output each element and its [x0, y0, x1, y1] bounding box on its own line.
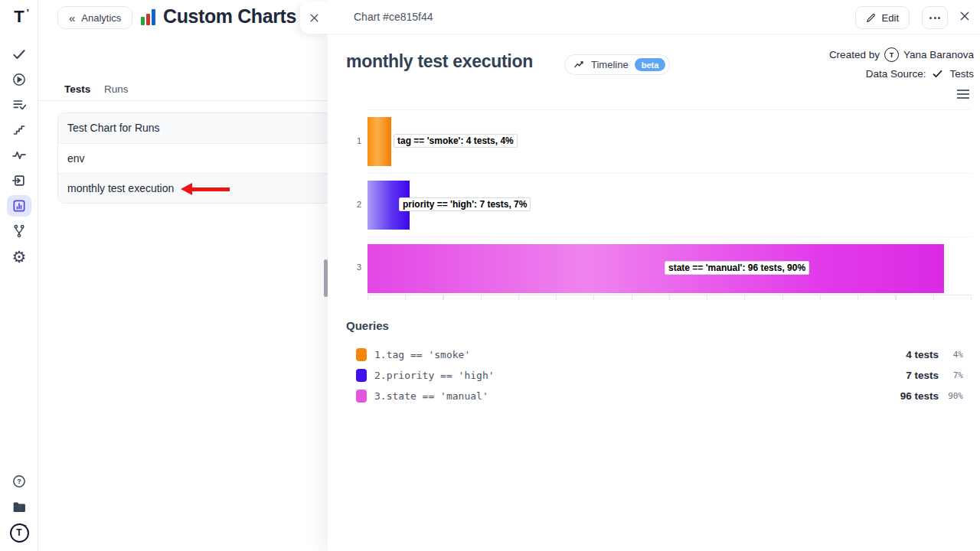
query-tests-count: 96 tests	[900, 390, 939, 402]
close-icon	[959, 10, 971, 22]
tab-tests[interactable]: Tests	[64, 83, 90, 95]
sidebar-item-runs[interactable]	[0, 70, 38, 90]
app-logo[interactable]: T'	[0, 7, 38, 27]
bar-data-label: priority == 'high': 7 tests, 7%	[399, 197, 531, 211]
query-percent: 4%	[939, 350, 963, 360]
panel-close-tab[interactable]	[300, 2, 328, 34]
query-percent: 7%	[939, 370, 963, 380]
chart-row: priority == 'high': 7 tests, 7%	[368, 173, 971, 236]
svg-text:?: ?	[17, 478, 21, 485]
data-source-value: Tests	[949, 68, 974, 80]
panel-close-button[interactable]	[959, 10, 971, 22]
tabs-divider	[38, 100, 328, 101]
timeline-label: Timeline	[591, 59, 629, 70]
timeline-button[interactable]: Timeline beta	[564, 54, 670, 75]
sidebar-item-analytics-active[interactable]	[7, 195, 31, 217]
query-text: tag == 'smoke'	[387, 349, 471, 360]
more-options-button[interactable]	[922, 6, 948, 29]
folder-icon	[11, 499, 28, 515]
sidebar-item-settings[interactable]: ⚙	[0, 246, 38, 266]
creator-avatar: T	[884, 47, 899, 62]
more-options-icon	[929, 17, 932, 19]
sidebar-item-import[interactable]	[0, 171, 38, 191]
query-number: 2.	[374, 370, 387, 381]
created-by-row: Created by T Yana Baranova	[829, 47, 974, 62]
gear-icon: ⚙	[12, 249, 27, 265]
queries-title: Queries	[346, 319, 389, 332]
sidebar-item-activity[interactable]	[0, 145, 38, 165]
chevron-double-left-icon: «	[69, 11, 75, 24]
import-icon	[11, 173, 27, 188]
y-axis-category: 3	[348, 262, 361, 272]
tab-runs[interactable]: Runs	[104, 83, 129, 95]
chart-list: Test Chart for Runs env monthly test exe…	[57, 112, 333, 204]
list-item-test-chart-for-runs[interactable]: Test Chart for Runs	[58, 113, 332, 143]
icon-rail: T' ⚙ ? T'	[0, 0, 38, 551]
help-icon: ?	[11, 474, 27, 489]
trend-line-icon	[573, 60, 585, 70]
y-axis-category: 1	[348, 136, 361, 145]
edit-button-label: Edit	[882, 12, 899, 24]
sidebar-item-tests[interactable]	[0, 44, 38, 64]
bar-data-label: state == 'manual': 96 tests, 90%	[665, 261, 809, 275]
query-row: 2. priority == 'high' 7 tests 7%	[346, 365, 963, 386]
close-icon	[309, 12, 320, 24]
list-check-icon	[11, 97, 27, 112]
query-color-swatch	[356, 348, 367, 361]
sidebar-item-projects[interactable]	[0, 497, 38, 517]
query-color-swatch	[356, 369, 367, 382]
chart-menu-icon[interactable]	[957, 90, 969, 101]
back-to-analytics-button[interactable]: « Analytics	[57, 6, 132, 29]
pencil-icon	[866, 13, 876, 23]
created-by-label: Created by	[829, 49, 880, 60]
bar-chart: tag == 'smoke': 4 tests, 4% priority == …	[368, 109, 971, 295]
chart-detail-panel: Chart #ce815f44 Edit monthly test execut…	[328, 0, 980, 551]
x-axis-ticks	[368, 295, 972, 300]
y-axis-category: 2	[348, 200, 361, 209]
check-icon	[932, 68, 943, 80]
sidebar-item-steps[interactable]	[0, 120, 38, 140]
list-item-env[interactable]: env	[58, 143, 332, 173]
beta-badge: beta	[635, 58, 666, 71]
edit-button[interactable]: Edit	[855, 6, 910, 29]
sidebar-item-profile[interactable]: T'	[0, 522, 38, 543]
chart-title: monthly test execution	[346, 51, 533, 72]
query-text: priority == 'high'	[387, 370, 495, 381]
query-text: state == 'manual'	[387, 390, 488, 402]
data-source-row: Data Source: Tests	[866, 68, 974, 80]
sidebar-item-branches[interactable]	[0, 221, 38, 241]
back-button-label: Analytics	[81, 12, 121, 24]
chart-row: state == 'manual': 96 tests, 90%	[368, 236, 971, 295]
branch-icon	[11, 223, 27, 239]
profile-avatar-icon: T'	[10, 523, 29, 543]
query-row: 1. tag == 'smoke' 4 tests 4%	[346, 344, 963, 365]
query-percent: 90%	[939, 391, 963, 401]
query-row: 3. state == 'manual' 96 tests 90%	[346, 386, 963, 406]
custom-charts-icon	[141, 8, 159, 25]
list-item-monthly-test-execution[interactable]: monthly test execution	[58, 173, 332, 203]
panel-header-title: Chart #ce815f44	[354, 11, 433, 23]
creator-name: Yana Baranova	[903, 49, 974, 60]
query-color-swatch	[356, 390, 367, 403]
chart-row: tag == 'smoke': 4 tests, 4%	[368, 109, 971, 173]
queries-list: 1. tag == 'smoke' 4 tests 4% 2. priority…	[346, 344, 963, 406]
sidebar-item-help[interactable]: ?	[0, 471, 38, 491]
query-number: 3.	[374, 390, 387, 402]
play-circle-icon	[11, 72, 27, 87]
bar-chart-icon	[11, 198, 27, 214]
logo-icon: T'	[14, 8, 24, 25]
page-title: Custom Charts	[163, 5, 296, 28]
query-tests-count: 7 tests	[906, 370, 939, 381]
panel-header: Chart #ce815f44 Edit	[328, 0, 980, 34]
data-source-label: Data Source:	[866, 68, 926, 80]
pulse-icon	[11, 148, 27, 163]
stairs-icon	[11, 122, 27, 138]
sidebar-item-test-plans[interactable]	[0, 95, 38, 115]
custom-charts-page: « Analytics Custom Charts Tests Runs Tes…	[38, 0, 328, 551]
bar-data-label: tag == 'smoke': 4 tests, 4%	[394, 134, 518, 148]
query-tests-count: 4 tests	[906, 349, 939, 360]
check-icon	[11, 47, 27, 62]
bar-state-manual[interactable]	[368, 244, 944, 293]
bar-tag-smoke[interactable]	[368, 117, 391, 166]
query-number: 1.	[374, 349, 387, 360]
